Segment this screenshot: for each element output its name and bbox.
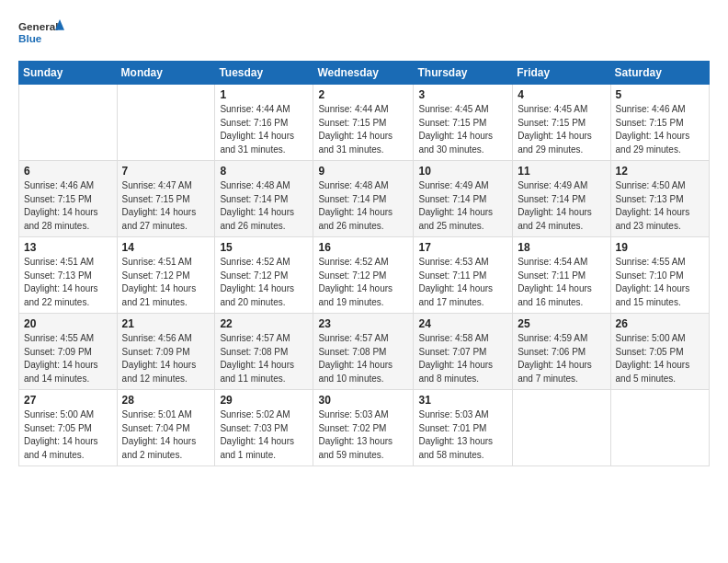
calendar-cell: 4Sunrise: 4:45 AMSunset: 7:15 PMDaylight… — [513, 85, 610, 161]
calendar-cell — [19, 85, 118, 161]
day-number: 26 — [616, 317, 704, 330]
day-number: 21 — [122, 317, 210, 330]
calendar-week-5: 27Sunrise: 5:00 AMSunset: 7:05 PMDayligh… — [19, 390, 710, 466]
day-info: Sunrise: 4:54 AMSunset: 7:11 PMDaylight:… — [518, 256, 605, 309]
day-info: Sunrise: 4:56 AMSunset: 7:09 PMDaylight:… — [122, 332, 210, 385]
col-header-saturday: Saturday — [610, 62, 709, 85]
calendar-cell: 27Sunrise: 5:00 AMSunset: 7:05 PMDayligh… — [19, 390, 118, 466]
day-info: Sunrise: 4:48 AMSunset: 7:14 PMDaylight:… — [318, 179, 408, 233]
col-header-wednesday: Wednesday — [313, 62, 414, 85]
day-number: 13 — [24, 241, 112, 254]
logo: General Blue — [18, 15, 64, 52]
day-number: 25 — [518, 317, 605, 330]
calendar-cell: 19Sunrise: 4:55 AMSunset: 7:10 PMDayligh… — [610, 237, 709, 314]
col-header-thursday: Thursday — [414, 62, 513, 85]
calendar-cell: 15Sunrise: 4:52 AMSunset: 7:12 PMDayligh… — [215, 237, 313, 314]
calendar-cell: 30Sunrise: 5:03 AMSunset: 7:02 PMDayligh… — [313, 390, 414, 466]
calendar-cell: 14Sunrise: 4:51 AMSunset: 7:12 PMDayligh… — [117, 237, 215, 314]
day-number: 11 — [518, 165, 605, 178]
calendar-cell: 10Sunrise: 4:49 AMSunset: 7:14 PMDayligh… — [414, 161, 513, 237]
day-info: Sunrise: 4:45 AMSunset: 7:15 PMDaylight:… — [518, 103, 605, 156]
calendar-cell: 5Sunrise: 4:46 AMSunset: 7:15 PMDaylight… — [610, 85, 709, 161]
day-info: Sunrise: 5:03 AMSunset: 7:02 PMDaylight:… — [318, 408, 408, 462]
day-info: Sunrise: 4:49 AMSunset: 7:14 PMDaylight:… — [418, 179, 507, 233]
day-number: 14 — [122, 241, 210, 254]
calendar-cell: 12Sunrise: 4:50 AMSunset: 7:13 PMDayligh… — [610, 161, 709, 237]
calendar-cell: 11Sunrise: 4:49 AMSunset: 7:14 PMDayligh… — [513, 161, 610, 237]
day-number: 17 — [418, 241, 507, 254]
day-info: Sunrise: 4:51 AMSunset: 7:13 PMDaylight:… — [24, 256, 112, 309]
calendar-cell: 22Sunrise: 4:57 AMSunset: 7:08 PMDayligh… — [215, 314, 313, 390]
calendar-cell: 13Sunrise: 4:51 AMSunset: 7:13 PMDayligh… — [19, 237, 118, 314]
calendar-cell: 21Sunrise: 4:56 AMSunset: 7:09 PMDayligh… — [117, 314, 215, 390]
day-number: 29 — [220, 394, 308, 407]
day-info: Sunrise: 4:57 AMSunset: 7:08 PMDaylight:… — [220, 332, 308, 385]
calendar-cell: 25Sunrise: 4:59 AMSunset: 7:06 PMDayligh… — [513, 314, 610, 390]
calendar-cell: 3Sunrise: 4:45 AMSunset: 7:15 PMDaylight… — [414, 85, 513, 161]
day-number: 9 — [318, 165, 408, 178]
svg-text:Blue: Blue — [18, 32, 42, 44]
day-number: 12 — [616, 165, 704, 178]
day-info: Sunrise: 4:44 AMSunset: 7:15 PMDaylight:… — [318, 103, 408, 156]
calendar-week-4: 20Sunrise: 4:55 AMSunset: 7:09 PMDayligh… — [19, 314, 710, 390]
day-info: Sunrise: 5:01 AMSunset: 7:04 PMDaylight:… — [122, 408, 210, 462]
day-info: Sunrise: 4:45 AMSunset: 7:15 PMDaylight:… — [418, 103, 507, 156]
day-number: 10 — [418, 165, 507, 178]
calendar-cell: 23Sunrise: 4:57 AMSunset: 7:08 PMDayligh… — [313, 314, 414, 390]
day-info: Sunrise: 5:02 AMSunset: 7:03 PMDaylight:… — [220, 408, 308, 462]
day-info: Sunrise: 5:00 AMSunset: 7:05 PMDaylight:… — [24, 408, 112, 462]
day-info: Sunrise: 4:48 AMSunset: 7:14 PMDaylight:… — [220, 179, 308, 233]
calendar-cell: 28Sunrise: 5:01 AMSunset: 7:04 PMDayligh… — [117, 390, 215, 466]
calendar-cell: 24Sunrise: 4:58 AMSunset: 7:07 PMDayligh… — [414, 314, 513, 390]
calendar-cell: 31Sunrise: 5:03 AMSunset: 7:01 PMDayligh… — [414, 390, 513, 466]
calendar-table: SundayMondayTuesdayWednesdayThursdayFrid… — [18, 61, 710, 466]
col-header-friday: Friday — [513, 62, 610, 85]
calendar-cell: 1Sunrise: 4:44 AMSunset: 7:16 PMDaylight… — [215, 85, 313, 161]
day-info: Sunrise: 4:46 AMSunset: 7:15 PMDaylight:… — [24, 179, 112, 233]
page-header: General Blue — [18, 15, 710, 52]
day-number: 1 — [220, 88, 308, 101]
day-number: 31 — [418, 394, 507, 407]
day-number: 24 — [418, 317, 507, 330]
day-info: Sunrise: 4:58 AMSunset: 7:07 PMDaylight:… — [418, 332, 507, 385]
day-number: 6 — [24, 165, 112, 178]
calendar-cell: 6Sunrise: 4:46 AMSunset: 7:15 PMDaylight… — [19, 161, 118, 237]
day-info: Sunrise: 4:59 AMSunset: 7:06 PMDaylight:… — [518, 332, 605, 385]
day-info: Sunrise: 4:46 AMSunset: 7:15 PMDaylight:… — [616, 103, 704, 156]
calendar-cell — [513, 390, 610, 466]
svg-text:General: General — [18, 20, 58, 32]
calendar-cell: 16Sunrise: 4:52 AMSunset: 7:12 PMDayligh… — [313, 237, 414, 314]
calendar-header-row: SundayMondayTuesdayWednesdayThursdayFrid… — [19, 62, 710, 85]
day-info: Sunrise: 4:57 AMSunset: 7:08 PMDaylight:… — [318, 332, 408, 385]
calendar-week-2: 6Sunrise: 4:46 AMSunset: 7:15 PMDaylight… — [19, 161, 710, 237]
calendar-cell: 18Sunrise: 4:54 AMSunset: 7:11 PMDayligh… — [513, 237, 610, 314]
calendar-cell: 8Sunrise: 4:48 AMSunset: 7:14 PMDaylight… — [215, 161, 313, 237]
day-number: 28 — [122, 394, 210, 407]
calendar-cell: 26Sunrise: 5:00 AMSunset: 7:05 PMDayligh… — [610, 314, 709, 390]
col-header-sunday: Sunday — [19, 62, 118, 85]
day-info: Sunrise: 5:00 AMSunset: 7:05 PMDaylight:… — [616, 332, 704, 385]
day-number: 18 — [518, 241, 605, 254]
calendar-cell — [610, 390, 709, 466]
day-info: Sunrise: 4:49 AMSunset: 7:14 PMDaylight:… — [518, 179, 605, 233]
day-info: Sunrise: 4:52 AMSunset: 7:12 PMDaylight:… — [220, 256, 308, 309]
day-number: 30 — [318, 394, 408, 407]
day-info: Sunrise: 4:52 AMSunset: 7:12 PMDaylight:… — [318, 256, 408, 309]
logo-svg: General Blue — [18, 15, 64, 52]
day-number: 16 — [318, 241, 408, 254]
col-header-tuesday: Tuesday — [215, 62, 313, 85]
calendar-cell: 29Sunrise: 5:02 AMSunset: 7:03 PMDayligh… — [215, 390, 313, 466]
day-info: Sunrise: 4:44 AMSunset: 7:16 PMDaylight:… — [220, 103, 308, 156]
day-info: Sunrise: 4:55 AMSunset: 7:09 PMDaylight:… — [24, 332, 112, 385]
day-number: 22 — [220, 317, 308, 330]
day-number: 8 — [220, 165, 308, 178]
day-number: 4 — [518, 88, 605, 101]
day-info: Sunrise: 5:03 AMSunset: 7:01 PMDaylight:… — [418, 408, 507, 462]
col-header-monday: Monday — [117, 62, 215, 85]
day-info: Sunrise: 4:47 AMSunset: 7:15 PMDaylight:… — [122, 179, 210, 233]
day-number: 7 — [122, 165, 210, 178]
day-number: 27 — [24, 394, 112, 407]
day-number: 19 — [616, 241, 704, 254]
calendar-cell: 9Sunrise: 4:48 AMSunset: 7:14 PMDaylight… — [313, 161, 414, 237]
day-number: 5 — [616, 88, 704, 101]
